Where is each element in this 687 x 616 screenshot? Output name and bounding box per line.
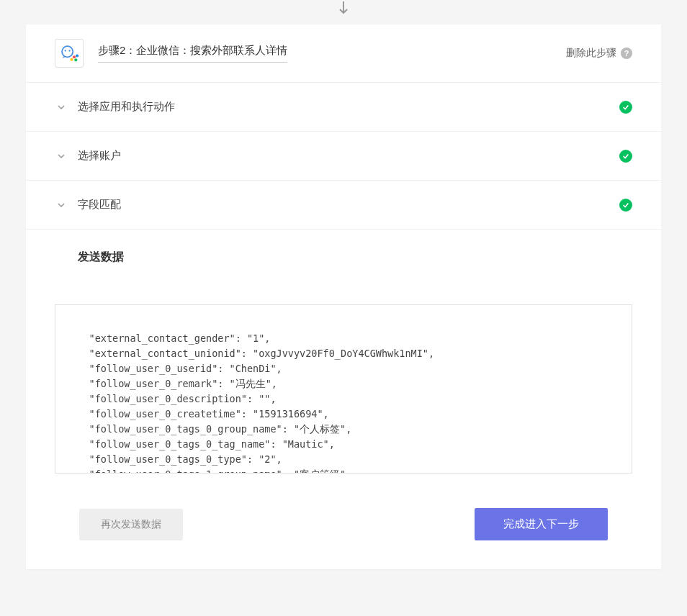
flow-arrow-icon <box>0 0 687 17</box>
wecom-app-icon <box>55 39 84 68</box>
step-header: 步骤2：企业微信：搜索外部联系人详情 删除此步骤 ? <box>26 24 661 82</box>
section-select-account[interactable]: 选择账户 <box>26 131 661 180</box>
svg-point-1 <box>62 46 73 57</box>
button-row: 再次发送数据 完成进入下一步 <box>55 508 632 540</box>
check-badge-icon <box>619 199 632 212</box>
delete-step-label: 删除此步骤 <box>566 47 616 60</box>
svg-point-3 <box>68 50 70 51</box>
chevron-down-icon <box>55 101 68 114</box>
send-data-section: 发送数据 "external_contact_gender": "1", "ex… <box>26 229 661 569</box>
delete-step-link[interactable]: 删除此步骤 ? <box>566 47 632 60</box>
resend-button[interactable]: 再次发送数据 <box>79 509 183 540</box>
svg-point-7 <box>76 54 78 57</box>
check-badge-icon <box>619 150 632 163</box>
chevron-down-icon <box>55 150 68 163</box>
section-label: 选择账户 <box>78 149 121 163</box>
step-title[interactable]: 步骤2：企业微信：搜索外部联系人详情 <box>98 44 287 63</box>
section-label: 字段匹配 <box>78 198 121 212</box>
help-icon[interactable]: ? <box>621 47 632 59</box>
svg-point-4 <box>73 55 76 58</box>
section-select-app[interactable]: 选择应用和执行动作 <box>26 82 661 131</box>
svg-point-6 <box>74 58 77 61</box>
send-data-title: 发送数据 <box>53 250 632 265</box>
response-data-box[interactable]: "external_contact_gender": "1", "externa… <box>55 304 632 474</box>
section-field-match[interactable]: 字段匹配 <box>26 180 661 229</box>
svg-point-5 <box>70 58 73 61</box>
step-card: 步骤2：企业微信：搜索外部联系人详情 删除此步骤 ? 选择应用和执行动作 选择账… <box>26 24 661 569</box>
section-label: 选择应用和执行动作 <box>78 100 175 114</box>
next-step-button[interactable]: 完成进入下一步 <box>475 508 608 540</box>
svg-point-2 <box>65 50 66 51</box>
check-badge-icon <box>619 101 632 114</box>
chevron-down-icon <box>55 199 68 212</box>
